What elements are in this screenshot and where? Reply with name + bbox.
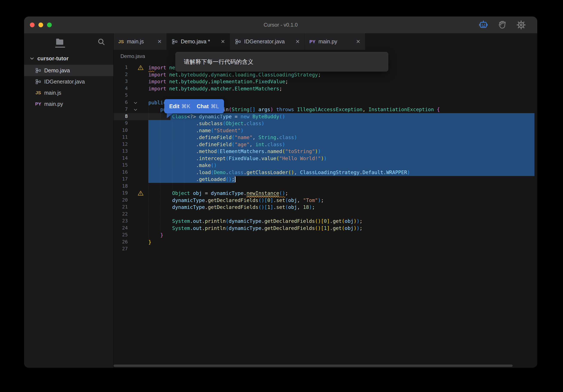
sidebar: cursor-tutor Demo.java IDGenerator.javaJ… [24,33,114,368]
indent-guide [148,183,149,190]
py-file-icon: PY [309,39,315,44]
java-file-icon [35,67,41,74]
code-line-20[interactable]: 20 dynamicType.getDeclaredFields()[0].se… [114,197,537,204]
code-line-26[interactable]: 26} [114,239,537,246]
root-folder-label: cursor-tutor [37,55,68,62]
code-text: .load(Demo.class.getClassLoader(), Class… [148,169,410,176]
tab-main-js[interactable]: JSmain.js ✕ [114,33,167,50]
line-number: 5 [114,92,128,98]
sidebar-root-cursor-tutor[interactable]: cursor-tutor [24,54,113,63]
code-line-21[interactable]: 21 dynamicType.getDeclaredFields()[1].se… [114,204,537,211]
code-line-3[interactable]: 3import net.bytebuddy.implementation.Fix… [114,78,537,85]
code-line-19[interactable]: 19 Object obj = dynamicType.newInstance(… [114,190,537,197]
window-title: Cursor - v0.1.0 [24,16,537,33]
code-line-10[interactable]: 10 .name("Student") [114,127,537,134]
code-line-12[interactable]: 12 .defineField("age", int.class) [114,141,537,148]
settings-gear-icon[interactable] [516,20,526,30]
code-line-5[interactable]: 5 [114,92,537,99]
tab-label: IDGenerator.java [244,38,285,45]
code-line-17[interactable]: 17 .getLoaded(); [114,176,537,183]
code-line-27[interactable]: 27 [114,246,537,253]
code-text: System.out.println(dynamicType.getDeclar… [148,218,362,225]
code-line-9[interactable]: 9 .subclass(Object.class) [114,120,537,127]
line-number: 4 [114,86,128,91]
tab-bar: JSmain.js ✕ Demo.java * ✕ IDGenerator.ja… [114,33,537,50]
line-number: 10 [114,127,128,133]
tab-label: main.py [319,38,337,45]
chat-shortcut: ⌘L [211,103,219,110]
py-file-icon: PY [34,101,42,106]
chevron-down-icon [29,56,35,61]
text-cursor [235,177,236,182]
tab-demo-java[interactable]: Demo.java * ✕ [167,33,230,50]
sidebar-item-idgenerator-java[interactable]: IDGenerator.java [24,76,113,87]
code-line-24[interactable]: 24 System.out.println(dynamicType.getDec… [114,225,537,232]
line-number: 13 [114,148,128,154]
explorer-folder-icon[interactable] [54,37,65,47]
horizontal-scrollbar[interactable] [114,365,512,367]
code-line-22[interactable]: 22 [114,211,537,218]
sidebar-item-demo-java[interactable]: Demo.java [24,65,113,76]
code-text: import net.bytebuddy.matcher.ElementMatc… [148,86,282,92]
file-name: main.js [44,90,61,96]
line-number: 23 [114,218,128,224]
file-name: IDGenerator.java [44,79,85,85]
code-line-2[interactable]: 2import net.bytebuddy.dynamic.loading.Cl… [114,71,537,78]
sidebar-item-main-py[interactable]: PYmain.py [24,98,113,110]
close-icon[interactable]: ✕ [350,39,360,44]
code-line-14[interactable]: 14 .intercept(FixedValue.value("Hello Wo… [114,155,537,162]
code-text: } [148,239,151,246]
tab-idgenerator-java[interactable]: IDGenerator.java ✕ [230,33,305,50]
tab-label: main.js [127,38,144,45]
code-text: import net.bytebuddy.implementation.Fixe… [148,78,288,85]
robot-assistant-icon[interactable] [478,20,488,30]
file-tree: Demo.java IDGenerator.javaJSmain.jsPYmai… [24,65,113,110]
prompt-tooltip-text: 请解释下每一行代码的含义 [184,58,253,66]
code-text: .getLoaded(); [148,176,235,183]
wave-hand-icon[interactable] [497,20,507,30]
line-number: 25 [114,232,128,238]
code-line-16[interactable]: 16 .load(Demo.class.getClassLoader(), Cl… [114,169,537,176]
code-text: .method(ElementMatchers.named("toString"… [148,148,321,155]
edit-button[interactable]: Edit ⌘K [169,103,190,110]
code-line-23[interactable]: 23 System.out.println(dynamicType.getDec… [114,218,537,225]
code-text: dynamicType.getDeclaredFields()[1].set(o… [148,204,315,211]
explorer-active-underline [55,47,65,48]
fold-chevron-icon[interactable] [133,107,138,112]
code-line-25[interactable]: 25 } [114,232,537,239]
edit-chat-popup: Edit ⌘K Chat ⌘L [164,99,224,113]
close-icon[interactable]: ✕ [290,39,300,44]
code-line-11[interactable]: 11 .defineField("name", String.class) [114,134,537,141]
java-file-icon [235,38,241,45]
close-icon[interactable]: ✕ [152,39,162,44]
line-number: 26 [114,239,128,244]
tab-label: Demo.java * [181,38,210,45]
line-number: 15 [114,162,128,168]
cursor-app-window: Cursor - v0.1.0 [24,16,537,368]
code-line-4[interactable]: 4import net.bytebuddy.matcher.ElementMat… [114,85,537,92]
search-icon[interactable] [96,37,106,47]
code-text: dynamicType.getDeclaredFields()[0].set(o… [148,197,324,204]
line-number: 2 [114,72,128,77]
titlebar: Cursor - v0.1.0 [24,16,537,33]
code-line-15[interactable]: 15 .make() [114,162,537,169]
code-line-8[interactable]: 8 Class<?> dynamicType = new ByteBuddy() [114,113,537,120]
close-icon[interactable]: ✕ [215,39,225,44]
line-number: 20 [114,197,128,203]
indent-guide [148,211,149,218]
code-text: .defineField("name", String.class) [148,134,297,141]
indent-guide [160,211,160,218]
code-line-18[interactable]: 18 [114,183,537,190]
sidebar-item-main-js[interactable]: JSmain.js [24,87,113,98]
titlebar-actions [478,16,526,33]
code-line-13[interactable]: 13 .method(ElementMatchers.named("toStri… [114,148,537,155]
screen: Cursor - v0.1.0 [0,0,563,392]
fold-chevron-icon[interactable] [133,100,138,105]
line-number: 17 [114,176,128,182]
line-number: 14 [114,155,128,161]
chat-button[interactable]: Chat ⌘L [197,103,219,110]
editor-pane: JSmain.js ✕ Demo.java * ✕ IDGenerator.ja… [114,33,537,368]
code-text: .name("Student") [148,127,243,134]
tab-main-py[interactable]: PYmain.py ✕ [305,33,365,50]
code-text: .defineField("age", int.class) [148,141,285,148]
